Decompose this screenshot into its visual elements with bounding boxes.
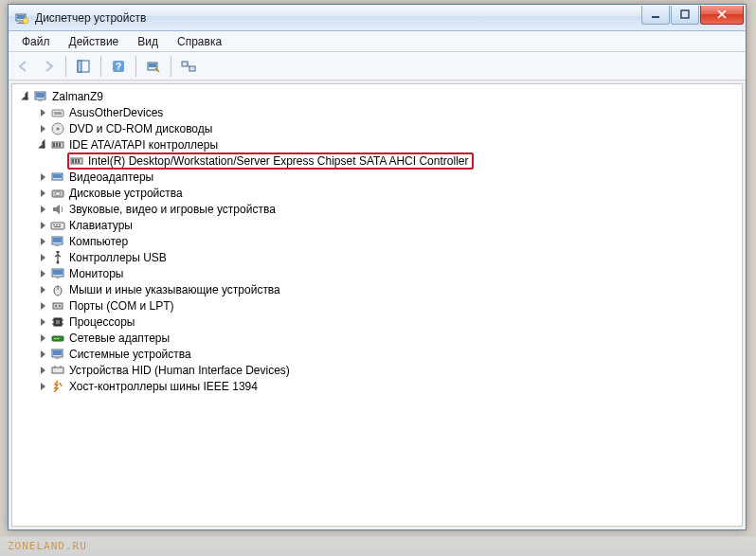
toolbar-separator <box>65 56 66 77</box>
tree-category[interactable]: Системные устройства <box>35 346 742 362</box>
svg-rect-23 <box>53 143 55 147</box>
expander-icon[interactable] <box>37 332 48 344</box>
tree-category[interactable]: Звуковые, видео и игровые устройства <box>35 201 742 217</box>
titlebar[interactable]: Диспетчер устройств <box>9 5 746 31</box>
svg-rect-37 <box>59 224 61 225</box>
expander-icon[interactable] <box>37 300 48 312</box>
tree-category[interactable]: Устройства HID (Human Interface Devices) <box>35 362 742 378</box>
expander-icon[interactable] <box>37 188 48 199</box>
tree-category[interactable]: Хост-контроллеры шины IEEE 1394 <box>35 378 742 394</box>
expander-icon[interactable] <box>37 252 48 263</box>
expander-icon[interactable] <box>37 220 48 231</box>
tree-category[interactable]: Дисковые устройства <box>35 185 742 201</box>
network-icon <box>50 331 65 346</box>
svg-rect-45 <box>53 270 63 275</box>
svg-text:?: ? <box>116 62 121 72</box>
monitor-icon <box>50 266 65 281</box>
toolbar-separator <box>135 56 136 77</box>
svg-rect-16 <box>36 93 45 98</box>
maximize-button[interactable] <box>671 6 699 25</box>
svg-point-42 <box>57 260 60 263</box>
scan-hardware-button[interactable] <box>142 55 165 78</box>
expander-icon[interactable] <box>37 349 48 360</box>
help-button[interactable]: ? <box>107 55 130 78</box>
disk-icon <box>50 186 65 201</box>
dvd-icon <box>50 121 65 136</box>
expander-icon[interactable] <box>37 268 48 279</box>
svg-rect-17 <box>38 99 43 101</box>
svg-rect-49 <box>53 303 63 309</box>
category-label: Дисковые устройства <box>69 187 183 200</box>
back-button[interactable] <box>12 55 35 78</box>
expander-icon[interactable] <box>37 123 48 135</box>
mouse-icon <box>50 282 65 297</box>
display-adapter-icon <box>50 170 65 185</box>
tree-category[interactable]: Сетевые адаптеры <box>35 330 742 346</box>
tree-device-highlighted[interactable]: Intel(R) Desktop/Workstation/Server Expr… <box>52 152 742 169</box>
keyboard-icon <box>50 218 65 233</box>
view-devices-button[interactable] <box>177 55 200 78</box>
tree-category[interactable]: Мыши и иные указывающие устройства <box>35 281 742 297</box>
menu-view[interactable]: Вид <box>128 33 168 50</box>
tree-category[interactable]: Процессоры <box>35 314 742 330</box>
tree-category[interactable]: Компьютер <box>35 233 742 249</box>
expander-spacer <box>54 155 65 167</box>
system-device-icon <box>50 347 65 362</box>
forward-button[interactable] <box>37 55 60 78</box>
expander-icon[interactable] <box>37 107 48 118</box>
expander-icon[interactable] <box>37 171 48 183</box>
cpu-icon <box>50 314 65 330</box>
category-label: Системные устройства <box>69 348 191 361</box>
svg-rect-34 <box>51 223 64 229</box>
category-label: Устройства HID (Human Interface Devices) <box>69 364 290 377</box>
tree-content[interactable]: ZalmanZ9 AsusOtherDevices DVD и CD-ROM д… <box>11 83 743 527</box>
device-icon <box>50 105 65 120</box>
tree-category[interactable]: Видеоадаптеры <box>35 169 742 185</box>
tree-category[interactable]: Контроллеры USB <box>35 249 742 265</box>
menu-file[interactable]: Файл <box>12 33 60 50</box>
expander-icon[interactable] <box>37 381 48 392</box>
svg-rect-31 <box>53 174 62 178</box>
category-label: Звуковые, видео и игровые устройства <box>69 203 276 216</box>
svg-rect-19 <box>54 112 62 115</box>
category-label: AsusOtherDevices <box>69 106 163 119</box>
expander-icon[interactable] <box>37 284 48 296</box>
device-label: Intel(R) Desktop/Workstation/Server Expr… <box>88 154 468 168</box>
expander-icon[interactable] <box>20 91 31 102</box>
minimize-button[interactable] <box>641 6 670 25</box>
port-icon <box>50 298 65 314</box>
tree-root[interactable]: ZalmanZ9 <box>18 88 742 104</box>
show-hide-tree-button[interactable] <box>72 55 95 78</box>
category-label: DVD и CD-ROM дисководы <box>69 122 212 135</box>
tree-category[interactable]: Мониторы <box>35 265 742 281</box>
tree-category-ide[interactable]: IDE ATA/ATAPI контроллеры <box>35 136 742 152</box>
svg-rect-60 <box>57 338 59 339</box>
tree-category[interactable]: AsusOtherDevices <box>35 104 742 120</box>
expander-icon[interactable] <box>37 236 48 247</box>
tree-category[interactable]: Порты (COM и LPT) <box>35 297 742 314</box>
menu-action[interactable]: Действие <box>60 33 129 50</box>
titlebar-buttons <box>640 6 744 25</box>
svg-rect-40 <box>53 238 62 242</box>
menu-help[interactable]: Справка <box>168 33 231 50</box>
expander-icon[interactable] <box>37 139 48 151</box>
tree-category[interactable]: DVD и CD-ROM дисководы <box>35 120 742 136</box>
svg-rect-1 <box>17 15 25 19</box>
svg-rect-36 <box>56 224 58 225</box>
expander-icon[interactable] <box>37 204 48 215</box>
category-label: Мониторы <box>69 267 123 280</box>
root-label: ZalmanZ9 <box>52 90 103 103</box>
expander-icon[interactable] <box>37 316 48 328</box>
expander-icon[interactable] <box>37 365 48 376</box>
toolbar: ? <box>9 52 746 81</box>
sound-icon <box>50 202 65 217</box>
close-button[interactable] <box>700 6 744 25</box>
window-title: Диспетчер устройств <box>35 11 640 25</box>
hid-icon <box>50 363 65 378</box>
category-label: Контроллеры USB <box>69 251 167 264</box>
svg-rect-13 <box>182 62 188 66</box>
toolbar-separator <box>171 56 171 77</box>
highlight-annotation: Intel(R) Desktop/Workstation/Server Expr… <box>67 152 474 170</box>
svg-rect-28 <box>75 159 77 163</box>
tree-category[interactable]: Клавиатуры <box>35 217 742 233</box>
